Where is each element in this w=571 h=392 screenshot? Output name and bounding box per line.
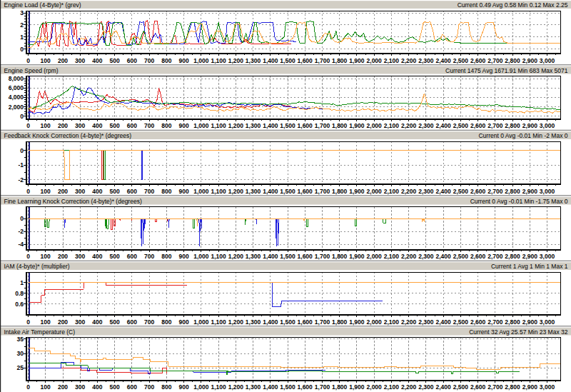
svg-text:0: 0 (20, 147, 24, 154)
svg-text:2,800: 2,800 (505, 57, 520, 64)
svg-text:900: 900 (179, 122, 189, 129)
svg-text:2,100: 2,100 (384, 253, 400, 260)
svg-text:3: 3 (20, 9, 24, 16)
svg-text:1,700: 1,700 (315, 122, 330, 129)
svg-text:Intake Air Temperature (C): Intake Air Temperature (C) (4, 328, 76, 336)
svg-text:600: 600 (127, 122, 137, 129)
svg-text:1,600: 1,600 (298, 57, 313, 64)
svg-text:1,300: 1,300 (246, 318, 261, 326)
svg-text:100: 100 (41, 318, 51, 326)
svg-text:800: 800 (161, 253, 171, 260)
svg-text:Feedback Knock Correction (4-b: Feedback Knock Correction (4-byte)* (deg… (4, 132, 132, 139)
svg-text:1,100: 1,100 (211, 383, 226, 391)
svg-text:3,000: 3,000 (540, 57, 555, 64)
svg-text:1,000: 1,000 (193, 253, 209, 260)
svg-text:2,700: 2,700 (487, 188, 503, 195)
svg-text:2,000: 2,000 (367, 188, 383, 195)
svg-text:Current 1 Avg 1 Min 1 Max 1: Current 1 Avg 1 Min 1 Max 1 (491, 263, 568, 270)
svg-text:1: 1 (20, 34, 24, 41)
svg-text:1,100: 1,100 (211, 253, 226, 260)
svg-text:1,000: 1,000 (193, 188, 209, 195)
svg-text:900: 900 (179, 253, 189, 260)
svg-text:2,100: 2,100 (384, 122, 400, 129)
svg-text:35: 35 (17, 336, 24, 343)
svg-text:3,000: 3,000 (540, 253, 555, 260)
svg-text:2,100: 2,100 (384, 57, 400, 64)
svg-text:2,300: 2,300 (418, 57, 434, 64)
svg-text:0: 0 (26, 122, 30, 129)
svg-text:1,100: 1,100 (211, 57, 226, 64)
svg-text:2,800: 2,800 (505, 253, 520, 260)
svg-text:2,200: 2,200 (401, 57, 417, 64)
svg-text:1,300: 1,300 (246, 383, 261, 391)
svg-text:2,800: 2,800 (505, 188, 520, 195)
svg-text:0: 0 (26, 253, 30, 260)
svg-text:1,200: 1,200 (228, 188, 244, 195)
svg-text:Current 32 Avg 25.57 Min 23 Ma: Current 32 Avg 25.57 Min 23 Max 32 (469, 328, 568, 336)
svg-text:30: 30 (17, 350, 24, 357)
svg-text:0.6: 0.6 (15, 301, 24, 308)
svg-text:800: 800 (161, 57, 171, 64)
svg-text:600: 600 (127, 57, 137, 64)
svg-text:1,300: 1,300 (246, 57, 261, 64)
svg-text:1,200: 1,200 (228, 383, 244, 391)
svg-text:1,800: 1,800 (332, 318, 348, 326)
svg-text:500: 500 (110, 188, 120, 195)
svg-text:0: 0 (26, 383, 30, 391)
svg-text:1,600: 1,600 (298, 318, 313, 326)
svg-text:500: 500 (110, 253, 120, 260)
svg-text:2,600: 2,600 (470, 57, 486, 64)
svg-text:400: 400 (92, 253, 102, 260)
svg-text:1,900: 1,900 (349, 318, 365, 326)
svg-text:2,900: 2,900 (522, 188, 538, 195)
svg-text:400: 400 (92, 57, 102, 64)
svg-text:4,000: 4,000 (9, 94, 24, 101)
svg-text:1,900: 1,900 (349, 188, 365, 195)
svg-text:1,800: 1,800 (332, 57, 348, 64)
svg-text:0: 0 (26, 57, 30, 64)
svg-text:2,600: 2,600 (470, 188, 486, 195)
svg-text:1,800: 1,800 (332, 188, 348, 195)
svg-text:3,000: 3,000 (540, 122, 555, 129)
svg-text:2,400: 2,400 (435, 122, 451, 129)
svg-text:100: 100 (41, 122, 51, 129)
svg-text:600: 600 (127, 253, 137, 260)
svg-text:1,400: 1,400 (263, 253, 278, 260)
svg-text:1,900: 1,900 (349, 383, 365, 391)
svg-text:2,400: 2,400 (435, 383, 451, 391)
svg-text:Current 0.49 Avg 0.58 Min 0.12: Current 0.49 Avg 0.58 Min 0.12 Max 2.25 (458, 1, 568, 9)
svg-text:3,000: 3,000 (540, 383, 555, 391)
svg-text:700: 700 (144, 57, 154, 64)
svg-text:2,500: 2,500 (453, 188, 469, 195)
svg-text:1,800: 1,800 (332, 383, 348, 391)
svg-text:1,500: 1,500 (280, 122, 295, 129)
svg-text:-4: -4 (18, 241, 24, 248)
svg-text:400: 400 (92, 122, 102, 129)
svg-text:1,200: 1,200 (228, 318, 244, 326)
svg-text:2,500: 2,500 (453, 122, 469, 129)
svg-text:3,000: 3,000 (540, 188, 555, 195)
svg-text:3,000: 3,000 (540, 318, 555, 326)
svg-text:900: 900 (179, 57, 189, 64)
svg-text:IAM (4-byte)* (multiplier): IAM (4-byte)* (multiplier) (4, 263, 70, 270)
svg-text:300: 300 (75, 122, 85, 129)
svg-text:100: 100 (41, 188, 51, 195)
svg-text:Current 1475 Avg 1671.91 Min 6: Current 1475 Avg 1671.91 Min 683 Max 507… (445, 67, 568, 74)
svg-text:700: 700 (144, 188, 154, 195)
svg-text:1,700: 1,700 (315, 188, 330, 195)
svg-text:100: 100 (41, 253, 51, 260)
svg-text:1,500: 1,500 (280, 318, 295, 326)
svg-text:2,700: 2,700 (487, 318, 503, 326)
svg-text:100: 100 (41, 57, 51, 64)
svg-text:200: 200 (58, 122, 68, 129)
svg-text:2,000: 2,000 (367, 383, 383, 391)
svg-text:2,700: 2,700 (487, 383, 503, 391)
svg-text:1,000: 1,000 (193, 122, 209, 129)
svg-text:1,700: 1,700 (315, 383, 330, 391)
svg-text:25: 25 (17, 364, 24, 371)
svg-text:600: 600 (127, 188, 137, 195)
svg-text:0.8: 0.8 (15, 290, 24, 297)
svg-text:1,000: 1,000 (193, 318, 209, 326)
svg-text:2,300: 2,300 (418, 318, 434, 326)
svg-text:700: 700 (144, 122, 154, 129)
